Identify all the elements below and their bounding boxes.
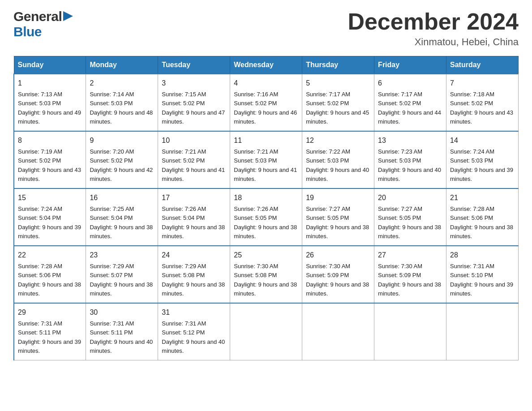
calendar-cell xyxy=(374,303,446,360)
page-subtitle: Xinmatou, Hebei, China xyxy=(348,36,519,48)
day-number: 20 xyxy=(378,193,442,203)
day-info: Sunrise: 7:24 AMSunset: 5:04 PMDaylight:… xyxy=(18,206,81,240)
day-number: 3 xyxy=(162,78,226,89)
calendar-cell: 19 Sunrise: 7:27 AMSunset: 5:05 PMDaylig… xyxy=(302,188,374,246)
day-number: 7 xyxy=(450,78,515,89)
calendar-week-row: 8 Sunrise: 7:19 AMSunset: 5:02 PMDayligh… xyxy=(14,131,519,188)
calendar-cell: 26 Sunrise: 7:30 AMSunset: 5:09 PMDaylig… xyxy=(302,246,374,303)
day-number: 18 xyxy=(234,193,298,203)
day-info: Sunrise: 7:30 AMSunset: 5:09 PMDaylight:… xyxy=(306,263,369,297)
day-number: 29 xyxy=(18,307,82,318)
day-info: Sunrise: 7:30 AMSunset: 5:08 PMDaylight:… xyxy=(234,263,297,297)
day-number: 11 xyxy=(234,135,298,146)
calendar-cell: 22 Sunrise: 7:28 AMSunset: 5:06 PMDaylig… xyxy=(14,246,86,303)
day-info: Sunrise: 7:13 AMSunset: 5:03 PMDaylight:… xyxy=(18,91,81,125)
day-info: Sunrise: 7:14 AMSunset: 5:03 PMDaylight:… xyxy=(90,91,153,125)
logo-general-text: General xyxy=(13,9,62,24)
day-info: Sunrise: 7:30 AMSunset: 5:09 PMDaylight:… xyxy=(378,263,441,297)
calendar-cell: 20 Sunrise: 7:27 AMSunset: 5:05 PMDaylig… xyxy=(374,188,446,246)
day-info: Sunrise: 7:29 AMSunset: 5:07 PMDaylight:… xyxy=(90,263,153,297)
day-number: 16 xyxy=(90,193,154,203)
day-number: 13 xyxy=(378,135,442,146)
day-info: Sunrise: 7:22 AMSunset: 5:03 PMDaylight:… xyxy=(306,148,369,182)
day-info: Sunrise: 7:21 AMSunset: 5:02 PMDaylight:… xyxy=(162,148,225,182)
day-info: Sunrise: 7:31 AMSunset: 5:11 PMDaylight:… xyxy=(18,320,81,354)
calendar-week-row: 22 Sunrise: 7:28 AMSunset: 5:06 PMDaylig… xyxy=(14,246,519,303)
calendar-header-sunday: Sunday xyxy=(14,56,86,74)
calendar-cell: 17 Sunrise: 7:26 AMSunset: 5:04 PMDaylig… xyxy=(158,188,230,246)
calendar-cell: 30 Sunrise: 7:31 AMSunset: 5:11 PMDaylig… xyxy=(86,303,158,360)
calendar-header-wednesday: Wednesday xyxy=(230,56,302,74)
calendar-cell: 4 Sunrise: 7:16 AMSunset: 5:02 PMDayligh… xyxy=(230,74,302,131)
calendar-cell: 12 Sunrise: 7:22 AMSunset: 5:03 PMDaylig… xyxy=(302,131,374,188)
day-info: Sunrise: 7:25 AMSunset: 5:04 PMDaylight:… xyxy=(90,206,153,240)
calendar-cell: 31 Sunrise: 7:31 AMSunset: 5:12 PMDaylig… xyxy=(158,303,230,360)
calendar-header-thursday: Thursday xyxy=(302,56,374,74)
day-number: 26 xyxy=(306,250,370,261)
day-info: Sunrise: 7:31 AMSunset: 5:12 PMDaylight:… xyxy=(162,320,225,354)
calendar-table: SundayMondayTuesdayWednesdayThursdayFrid… xyxy=(13,56,519,360)
calendar-cell: 1 Sunrise: 7:13 AMSunset: 5:03 PMDayligh… xyxy=(14,74,86,131)
day-info: Sunrise: 7:28 AMSunset: 5:06 PMDaylight:… xyxy=(18,263,81,297)
calendar-cell: 14 Sunrise: 7:24 AMSunset: 5:03 PMDaylig… xyxy=(446,131,519,188)
day-info: Sunrise: 7:21 AMSunset: 5:03 PMDaylight:… xyxy=(234,148,297,182)
day-number: 17 xyxy=(162,193,226,203)
logo-blue-text: Blue xyxy=(13,24,42,39)
calendar-cell: 16 Sunrise: 7:25 AMSunset: 5:04 PMDaylig… xyxy=(86,188,158,246)
day-info: Sunrise: 7:26 AMSunset: 5:04 PMDaylight:… xyxy=(162,206,225,240)
calendar-header-tuesday: Tuesday xyxy=(158,56,230,74)
day-info: Sunrise: 7:16 AMSunset: 5:02 PMDaylight:… xyxy=(234,91,297,125)
calendar-cell: 3 Sunrise: 7:15 AMSunset: 5:02 PMDayligh… xyxy=(158,74,230,131)
calendar-header-row: SundayMondayTuesdayWednesdayThursdayFrid… xyxy=(14,56,519,74)
calendar-cell: 13 Sunrise: 7:23 AMSunset: 5:03 PMDaylig… xyxy=(374,131,446,188)
day-number: 30 xyxy=(90,307,154,318)
day-number: 2 xyxy=(90,78,154,89)
day-info: Sunrise: 7:20 AMSunset: 5:02 PMDaylight:… xyxy=(90,148,153,182)
calendar-week-row: 1 Sunrise: 7:13 AMSunset: 5:03 PMDayligh… xyxy=(14,74,519,131)
day-info: Sunrise: 7:26 AMSunset: 5:05 PMDaylight:… xyxy=(234,206,297,240)
day-number: 1 xyxy=(18,78,82,89)
calendar-cell: 9 Sunrise: 7:20 AMSunset: 5:02 PMDayligh… xyxy=(86,131,158,188)
day-number: 10 xyxy=(162,135,226,146)
calendar-cell: 21 Sunrise: 7:28 AMSunset: 5:06 PMDaylig… xyxy=(446,188,519,246)
day-number: 24 xyxy=(162,250,226,261)
calendar-cell: 25 Sunrise: 7:30 AMSunset: 5:08 PMDaylig… xyxy=(230,246,302,303)
day-number: 25 xyxy=(234,250,298,261)
calendar-cell: 18 Sunrise: 7:26 AMSunset: 5:05 PMDaylig… xyxy=(230,188,302,246)
calendar-cell: 29 Sunrise: 7:31 AMSunset: 5:11 PMDaylig… xyxy=(14,303,86,360)
logo-triangle-icon xyxy=(63,11,73,21)
calendar-cell: 24 Sunrise: 7:29 AMSunset: 5:08 PMDaylig… xyxy=(158,246,230,303)
day-number: 8 xyxy=(18,135,82,146)
calendar-cell: 28 Sunrise: 7:31 AMSunset: 5:10 PMDaylig… xyxy=(446,246,519,303)
page-title: December 2024 xyxy=(348,9,519,34)
calendar-cell: 5 Sunrise: 7:17 AMSunset: 5:02 PMDayligh… xyxy=(302,74,374,131)
calendar-cell: 6 Sunrise: 7:17 AMSunset: 5:02 PMDayligh… xyxy=(374,74,446,131)
day-info: Sunrise: 7:23 AMSunset: 5:03 PMDaylight:… xyxy=(378,148,441,182)
day-number: 22 xyxy=(18,250,82,261)
title-area: December 2024 Xinmatou, Hebei, China xyxy=(348,9,519,48)
day-number: 15 xyxy=(18,193,82,203)
day-number: 12 xyxy=(306,135,370,146)
day-info: Sunrise: 7:29 AMSunset: 5:08 PMDaylight:… xyxy=(162,263,225,297)
day-info: Sunrise: 7:28 AMSunset: 5:06 PMDaylight:… xyxy=(450,206,513,240)
day-number: 14 xyxy=(450,135,515,146)
day-number: 28 xyxy=(450,250,515,261)
calendar-header-monday: Monday xyxy=(86,56,158,74)
day-number: 19 xyxy=(306,193,370,203)
day-info: Sunrise: 7:17 AMSunset: 5:02 PMDaylight:… xyxy=(378,91,441,125)
day-number: 23 xyxy=(90,250,154,261)
calendar-header-friday: Friday xyxy=(374,56,446,74)
day-info: Sunrise: 7:31 AMSunset: 5:10 PMDaylight:… xyxy=(450,263,513,297)
calendar-cell: 11 Sunrise: 7:21 AMSunset: 5:03 PMDaylig… xyxy=(230,131,302,188)
day-info: Sunrise: 7:15 AMSunset: 5:02 PMDaylight:… xyxy=(162,91,225,125)
calendar-cell: 10 Sunrise: 7:21 AMSunset: 5:02 PMDaylig… xyxy=(158,131,230,188)
svg-marker-0 xyxy=(63,11,73,21)
day-number: 27 xyxy=(378,250,442,261)
day-number: 4 xyxy=(234,78,298,89)
calendar-cell xyxy=(446,303,519,360)
day-info: Sunrise: 7:18 AMSunset: 5:02 PMDaylight:… xyxy=(450,91,513,125)
day-info: Sunrise: 7:24 AMSunset: 5:03 PMDaylight:… xyxy=(450,148,513,182)
day-number: 31 xyxy=(162,307,226,318)
day-number: 5 xyxy=(306,78,370,89)
calendar-cell: 15 Sunrise: 7:24 AMSunset: 5:04 PMDaylig… xyxy=(14,188,86,246)
